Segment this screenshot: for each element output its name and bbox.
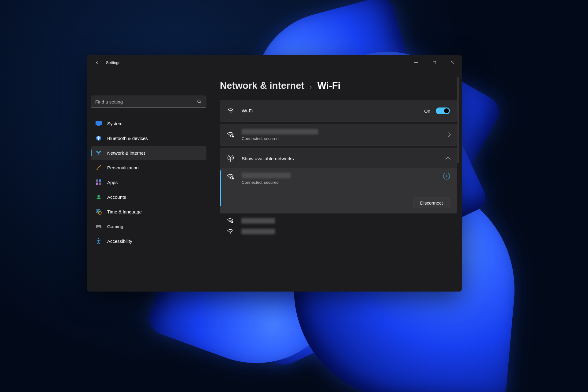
sidebar-item-personalization[interactable]: Personalization <box>91 160 206 175</box>
sidebar-item-label: Time & language <box>107 209 142 214</box>
svg-rect-1 <box>433 61 436 64</box>
wifi-toggle[interactable] <box>436 107 450 114</box>
sidebar-item-system[interactable]: System <box>91 116 206 130</box>
minimize-button[interactable] <box>407 56 425 69</box>
svg-point-22 <box>230 178 231 179</box>
svg-rect-12 <box>96 183 98 185</box>
svg-line-5 <box>200 102 201 103</box>
titlebar: Settings <box>87 55 462 70</box>
info-icon[interactable]: i <box>443 173 450 179</box>
sidebar-item-gaming[interactable]: Gaming <box>91 219 206 233</box>
sidebar-item-label: Apps <box>107 180 118 185</box>
wifi-secured-icon <box>227 173 234 180</box>
wifi-card-title: Wi-Fi <box>242 108 424 114</box>
wifi-secured-icon <box>227 131 234 138</box>
sidebar-nav: System Bluetooth & devices Ne <box>91 116 206 248</box>
wifi-icon <box>96 150 102 156</box>
svg-rect-11 <box>99 179 101 182</box>
breadcrumb-current: Wi-Fi <box>317 80 340 91</box>
sidebar-item-bluetooth[interactable]: Bluetooth & devices <box>91 131 206 145</box>
breadcrumb: Network & internet › Wi-Fi <box>220 80 457 91</box>
sidebar-item-label: Gaming <box>107 224 123 229</box>
window-title: Settings <box>106 60 120 65</box>
svg-point-9 <box>98 154 99 155</box>
svg-rect-23 <box>232 178 234 179</box>
network-item[interactable] <box>220 215 457 226</box>
sidebar-item-accounts[interactable]: Accounts <box>91 190 206 204</box>
svg-point-21 <box>230 157 231 158</box>
available-networks-card[interactable]: Show available networks <box>220 148 457 170</box>
svg-rect-13 <box>99 183 101 185</box>
sidebar-item-accessibility[interactable]: Accessibility <box>91 234 206 248</box>
svg-rect-10 <box>96 179 98 182</box>
selected-network-panel: Connected, secured i Disconnect <box>220 168 457 213</box>
svg-rect-25 <box>231 222 233 223</box>
connected-network-name <box>242 129 446 136</box>
antenna-icon <box>227 155 234 162</box>
svg-point-17 <box>98 238 99 239</box>
chevron-up-icon <box>446 157 451 162</box>
wifi-toggle-label: On <box>424 108 430 114</box>
sidebar-item-label: Bluetooth & devices <box>107 136 148 141</box>
network-item-name <box>241 218 275 224</box>
brush-icon <box>96 164 102 171</box>
sidebar-item-apps[interactable]: Apps <box>91 175 206 189</box>
search-icon <box>197 99 202 104</box>
wifi-icon <box>227 229 234 234</box>
disconnect-button[interactable]: Disconnect <box>413 198 450 208</box>
svg-rect-7 <box>97 125 100 126</box>
svg-point-19 <box>230 136 231 137</box>
network-item[interactable] <box>220 226 457 237</box>
scrollbar-track <box>457 74 459 292</box>
sidebar-item-time-language[interactable]: Time & language <box>91 205 206 219</box>
svg-point-18 <box>230 113 231 113</box>
sidebar-item-label: Accounts <box>107 194 126 200</box>
svg-rect-6 <box>96 121 102 125</box>
gamepad-icon <box>96 223 102 229</box>
wifi-secured-icon <box>227 218 234 224</box>
chevron-right-icon <box>446 132 451 138</box>
connected-network-status: Connected, secured <box>242 136 446 141</box>
svg-rect-20 <box>232 136 234 138</box>
person-icon <box>96 194 102 200</box>
maximize-button[interactable] <box>425 56 443 69</box>
breadcrumb-separator-icon: › <box>310 83 312 90</box>
wifi-toggle-card: Wi-Fi On <box>220 100 457 122</box>
network-item-name <box>241 229 275 234</box>
search-input[interactable] <box>95 99 197 104</box>
main-content: Network & internet › Wi-Fi Wi-Fi <box>210 70 462 292</box>
sidebar: System Bluetooth & devices Ne <box>87 70 210 292</box>
sidebar-item-label: Accessibility <box>107 239 132 244</box>
scrollbar-thumb[interactable] <box>458 77 458 163</box>
sidebar-item-label: Personalization <box>107 165 139 170</box>
network-item-status: Connected, secured <box>242 180 443 185</box>
svg-point-24 <box>230 222 230 223</box>
account-area <box>91 70 206 96</box>
sidebar-item-network[interactable]: Network & internet <box>91 146 206 160</box>
apps-icon <box>96 179 102 185</box>
sidebar-item-label: Network & internet <box>107 150 145 156</box>
breadcrumb-parent[interactable]: Network & internet <box>220 80 304 91</box>
sidebar-item-label: System <box>107 121 123 126</box>
network-item-name <box>242 173 443 179</box>
back-button[interactable] <box>92 58 102 67</box>
svg-point-26 <box>230 233 231 234</box>
search-box[interactable] <box>91 96 206 108</box>
svg-point-14 <box>97 195 100 197</box>
settings-window: Settings <box>87 55 462 292</box>
accessibility-icon <box>96 238 102 244</box>
globe-clock-icon <box>96 209 102 215</box>
display-icon <box>96 120 102 126</box>
connected-network-card[interactable]: Connected, secured <box>220 124 457 146</box>
available-networks-title: Show available networks <box>242 156 446 161</box>
svg-point-4 <box>198 100 200 103</box>
bluetooth-icon <box>96 135 102 141</box>
wifi-icon <box>227 108 234 114</box>
